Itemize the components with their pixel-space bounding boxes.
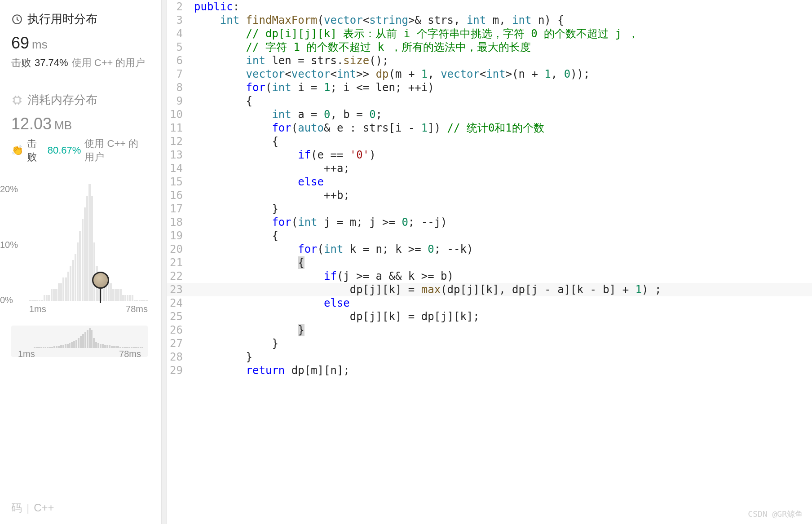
chart-bar[interactable] [48, 295, 50, 301]
code-line[interactable]: 21 { [167, 256, 812, 269]
code-line[interactable]: 15 else [167, 175, 812, 189]
chart-bar[interactable] [110, 283, 112, 301]
code-line[interactable]: 4 // dp[i][j][k] 表示：从前 i 个字符串中挑选，字符 0 的个… [167, 27, 812, 40]
line-content[interactable]: if(j >= a && k >= b) [194, 269, 454, 283]
line-content[interactable]: else [194, 296, 350, 310]
code-line[interactable]: 13 if(e == '0') [167, 148, 812, 162]
line-content[interactable]: { [194, 256, 304, 269]
line-content[interactable]: // dp[i][j][k] 表示：从前 i 个字符串中挑选，字符 0 的个数不… [194, 27, 639, 40]
chart-bar[interactable] [93, 242, 95, 301]
code-line[interactable]: 25 dp[j][k] = dp[j][k]; [167, 310, 812, 323]
line-content[interactable]: { [194, 229, 278, 242]
line-content[interactable]: for(int j = m; j >= 0; --j) [194, 216, 447, 229]
line-content[interactable]: } [194, 202, 278, 216]
chart-bar[interactable] [62, 277, 64, 301]
chart-bar[interactable] [29, 300, 31, 301]
chart-bar[interactable] [91, 196, 93, 301]
chart-bar[interactable] [127, 295, 128, 301]
chart-bar[interactable] [41, 300, 43, 301]
line-content[interactable]: int len = strs.size(); [194, 54, 389, 67]
chart-bar[interactable] [36, 300, 38, 301]
chart-bar[interactable] [119, 289, 121, 301]
line-content[interactable]: int a = 0, b = 0; [194, 108, 382, 121]
chart-bar[interactable] [75, 254, 76, 301]
chart-bar[interactable] [117, 289, 119, 301]
code-line[interactable]: 20 for(int k = n; k >= 0; --k) [167, 242, 812, 256]
chart-bar[interactable] [44, 295, 45, 301]
user-avatar-marker[interactable] [92, 272, 109, 289]
line-content[interactable]: vector<vector<int>> dp(m + 1, vector<int… [194, 67, 590, 81]
line-content[interactable]: } [194, 350, 252, 364]
line-content[interactable]: for(int i = 1; i <= len; ++i) [194, 81, 434, 94]
code-line[interactable]: 18 for(int j = m; j >= 0; --j) [167, 216, 812, 229]
code-line[interactable]: 9 { [167, 94, 812, 108]
chart-bar[interactable] [51, 289, 53, 301]
code-line[interactable]: 19 { [167, 229, 812, 242]
chart-bar[interactable] [39, 300, 40, 301]
code-line[interactable]: 24 else [167, 296, 812, 310]
chart-bar[interactable] [46, 295, 48, 301]
chart-bar[interactable] [55, 289, 57, 301]
chart-bar[interactable] [122, 295, 124, 301]
chart-bar[interactable] [134, 300, 136, 301]
chart-bar[interactable] [136, 300, 138, 301]
code-line[interactable]: 22 if(j >= a && k >= b) [167, 269, 812, 283]
line-content[interactable]: else [194, 175, 324, 189]
runtime-distribution-chart[interactable]: 20% 10% 0% 1ms 78ms [11, 184, 148, 314]
line-content[interactable]: } [194, 337, 278, 350]
code-line[interactable]: 27 } [167, 337, 812, 350]
line-content[interactable]: int findMaxForm(vector<string>& strs, in… [194, 13, 564, 27]
chart-bar[interactable] [88, 184, 90, 301]
chart-bar[interactable] [132, 295, 133, 301]
code-line[interactable]: 23 dp[j][k] = max(dp[j][k], dp[j - a][k … [167, 283, 812, 296]
chart-bar[interactable] [141, 300, 143, 301]
line-content[interactable]: if(e == '0') [194, 148, 376, 162]
code-line[interactable]: 6 int len = strs.size(); [167, 54, 812, 67]
code-line[interactable]: 26 } [167, 323, 812, 337]
chart-bar[interactable] [77, 242, 79, 301]
chart-bar[interactable] [65, 277, 66, 301]
code-line[interactable]: 8 for(int i = 1; i <= len; ++i) [167, 81, 812, 94]
language-label[interactable]: C++ [34, 502, 54, 514]
chart-bar[interactable] [60, 283, 62, 301]
chart-bar[interactable] [86, 196, 88, 301]
chart-bar[interactable] [70, 266, 71, 301]
chart-bar[interactable] [108, 283, 110, 301]
chart-bar[interactable] [124, 295, 126, 301]
line-content[interactable]: return dp[m][n]; [194, 364, 350, 377]
panel-divider[interactable] [162, 0, 167, 524]
chart-bar[interactable] [34, 300, 36, 301]
code-label[interactable]: 码 [11, 501, 22, 515]
code-line[interactable]: 7 vector<vector<int>> dp(m + 1, vector<i… [167, 67, 812, 81]
code-line[interactable]: 16 ++b; [167, 189, 812, 202]
mini-distribution-chart[interactable]: 1ms 78ms [11, 326, 148, 357]
chart-bar[interactable] [129, 295, 131, 301]
code-line[interactable]: 14 ++a; [167, 162, 812, 175]
chart-bar[interactable] [79, 231, 81, 301]
line-content[interactable]: dp[j][k] = dp[j][k]; [194, 310, 480, 323]
line-content[interactable]: } [194, 323, 304, 337]
code-line[interactable]: 12 { [167, 135, 812, 148]
code-line[interactable]: 5 // 字符 1 的个数不超过 k ，所有的选法中，最大的长度 [167, 40, 812, 54]
chart-bar[interactable] [58, 283, 60, 301]
line-content[interactable]: dp[j][k] = max(dp[j][k], dp[j - a][k - b… [194, 283, 661, 296]
code-line[interactable]: 11 for(auto& e : strs[i - 1]) // 统计0和1的个… [167, 121, 812, 135]
line-content[interactable]: ++a; [194, 162, 350, 175]
chart-bar[interactable] [84, 207, 86, 301]
line-content[interactable]: { [194, 135, 278, 148]
line-content[interactable]: for(int k = n; k >= 0; --k) [194, 242, 473, 256]
chart-bar[interactable] [82, 219, 84, 301]
code-editor[interactable]: 2public:3 int findMaxForm(vector<string>… [167, 0, 812, 524]
chart-bar[interactable] [53, 289, 55, 301]
code-line[interactable]: 29 return dp[m][n]; [167, 364, 812, 377]
code-line[interactable]: 28 } [167, 350, 812, 364]
code-line[interactable]: 2public: [167, 0, 812, 13]
chart-bar[interactable] [112, 289, 114, 301]
line-content[interactable]: for(auto& e : strs[i - 1]) // 统计0和1的个数 [194, 121, 544, 135]
line-content[interactable]: { [194, 94, 252, 108]
chart-bar[interactable] [31, 300, 33, 301]
chart-bar[interactable] [143, 300, 145, 301]
chart-bar[interactable] [115, 289, 117, 301]
chart-bar[interactable] [67, 272, 69, 301]
line-content[interactable]: // 字符 1 的个数不超过 k ，所有的选法中，最大的长度 [194, 40, 531, 54]
